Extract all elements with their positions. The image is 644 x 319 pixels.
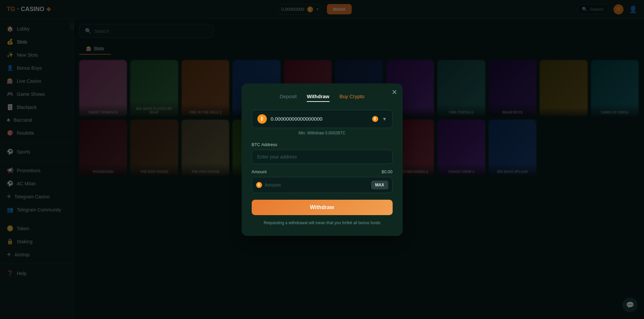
amount-btc-icon: ₿ [256,182,262,188]
modal-close-button[interactable]: ✕ [392,89,397,95]
tab-withdraw[interactable]: Withdraw [307,93,329,102]
btc-address-input[interactable] [252,150,393,164]
currency-selector[interactable]: ₿ 0.00000000000000000 ₿ ▼ [252,110,393,128]
currency-chevron-icon: ▼ [382,116,387,122]
btc-icon-medium: ₿ [257,114,267,124]
currency-btc-icon: ₿ [372,116,378,122]
currency-amount: 0.00000000000000000 [271,116,368,122]
withdraw-modal: ✕ Deposit Withdraw Buy Crypto ₿ 0.000000… [242,83,403,236]
modal-tabs: Deposit Withdraw Buy Crypto [252,93,393,102]
amount-label: Amount [252,169,267,174]
amount-input[interactable] [265,182,368,188]
max-button[interactable]: MAX [371,181,388,189]
min-withdraw-note: Min. Withdraw 0.0002BTC [252,131,393,135]
amount-row: Amount $0.00 [252,169,393,174]
forfeit-notice: Requesting a withdrawal will mean that y… [252,220,393,226]
tab-buy-crypto[interactable]: Buy Crypto [340,93,364,102]
withdraw-submit-button[interactable]: Withdraw [252,200,393,215]
btc-address-label: BTC Address [252,142,393,147]
amount-input-wrapper: ₿ MAX [252,177,393,193]
tab-deposit[interactable]: Deposit [280,93,297,102]
modal-overlay[interactable]: ✕ Deposit Withdraw Buy Crypto ₿ 0.000000… [0,0,644,319]
amount-usd: $0.00 [382,169,393,174]
